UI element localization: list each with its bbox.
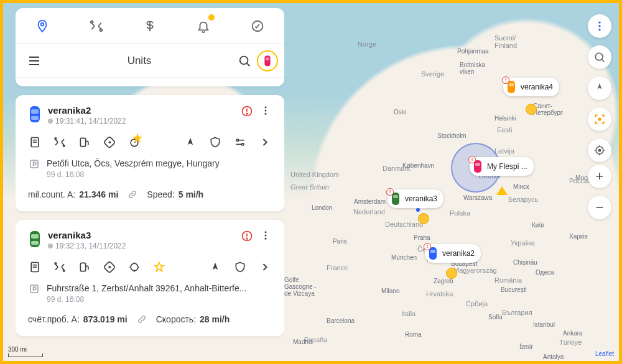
tab-route[interactable]: [83, 8, 110, 43]
map-attribution: Leaflet: [595, 350, 614, 357]
alert-icon: [241, 105, 253, 117]
map-locate-button[interactable]: [588, 139, 611, 162]
svg-point-70: [131, 263, 138, 271]
report-icon[interactable]: [28, 260, 42, 274]
city-label: Pohjanmaa: [457, 48, 489, 55]
nav-icon[interactable]: [103, 135, 116, 149]
yellow-marker: [418, 213, 429, 224]
card-more-button[interactable]: [259, 230, 272, 241]
unit-name: veranika3: [48, 230, 234, 240]
unit-card[interactable]: veranika2 19:31:41, 14/11/2022: [16, 95, 284, 211]
unit-timestamp: 19:32:13, 14/11/2022: [48, 242, 234, 250]
map-unit-pin[interactable]: veranika3: [388, 189, 443, 208]
svg-point-13: [598, 118, 600, 120]
city-label: İzmir: [519, 344, 533, 350]
city-label: Warszawa: [463, 194, 492, 201]
svg-point-22: [100, 29, 102, 31]
country-label: Polska: [450, 209, 470, 217]
pin-alert-badge: [468, 156, 476, 163]
svg-rect-75: [30, 285, 38, 293]
svg-point-27: [240, 56, 248, 64]
report-icon[interactable]: [28, 135, 42, 149]
svg-point-60: [265, 231, 267, 233]
unit-address: Petőfi Utca, Öcs, Veszprém megye, Hungar…: [47, 158, 220, 169]
city-label: København: [402, 162, 434, 169]
notification-badge: [208, 14, 215, 20]
geofence-marker: [496, 186, 508, 195]
map-unit-pin[interactable]: My Flespi ...: [470, 157, 534, 176]
svg-point-21: [90, 20, 93, 23]
svg-point-62: [265, 238, 267, 240]
route-icon[interactable]: [53, 260, 67, 274]
arrow-icon[interactable]: [183, 135, 197, 149]
svg-point-61: [265, 234, 267, 236]
zoom-out-button[interactable]: −: [588, 196, 611, 219]
menu-button[interactable]: [22, 53, 47, 68]
city-label: Stockholm: [437, 132, 466, 139]
expand-chevron-icon[interactable]: [258, 260, 272, 274]
shield-icon[interactable]: [208, 135, 222, 149]
panel-header: Units: [16, 44, 284, 78]
svg-rect-5: [393, 195, 398, 198]
timer-icon[interactable]: [128, 135, 141, 149]
svg-rect-6: [429, 247, 437, 260]
target-icon[interactable]: [128, 260, 141, 274]
card-more-button[interactable]: [259, 105, 272, 116]
city-label: Helsinki: [494, 115, 516, 122]
expand-chevron-icon[interactable]: [258, 135, 272, 149]
country-label: Србија: [466, 300, 488, 307]
nav-icon[interactable]: [103, 260, 116, 274]
country-label: Italia: [401, 310, 415, 317]
country-label: Suomi/ Finland: [494, 34, 517, 49]
svg-point-37: [265, 106, 267, 108]
fuel-icon[interactable]: [78, 135, 91, 149]
country-label: Eesti: [497, 126, 512, 134]
country-label: Magyarország: [453, 266, 497, 274]
city-label: Харків: [569, 233, 588, 240]
svg-point-8: [598, 22, 600, 24]
pin-alert-badge: [502, 76, 509, 84]
tab-notifications[interactable]: [190, 8, 217, 43]
map-unit-pin[interactable]: veranika2: [425, 244, 481, 263]
city-label: Praha: [414, 234, 430, 241]
tab-location[interactable]: [29, 8, 56, 43]
page-title: Units: [47, 55, 232, 67]
svg-point-9: [598, 25, 600, 27]
svg-rect-56: [31, 241, 39, 245]
svg-point-11: [595, 53, 603, 60]
svg-point-43: [55, 138, 57, 140]
city-label: Paris: [333, 238, 347, 245]
fuel-icon[interactable]: [78, 260, 91, 274]
city-label: Madrid: [293, 339, 312, 345]
country-label: Беларусь: [508, 196, 538, 203]
unit-address-ago: 99 d. 16:08: [47, 295, 246, 305]
profile-avatar-button[interactable]: [257, 50, 278, 71]
tab-status[interactable]: [244, 8, 271, 43]
zoom-in-button[interactable]: +: [588, 165, 611, 188]
country-label: Hrvatska: [426, 290, 453, 298]
star-icon[interactable]: [152, 260, 166, 274]
search-button[interactable]: [232, 54, 257, 68]
map-north-button[interactable]: [588, 76, 611, 100]
tab-billing[interactable]: [136, 8, 164, 43]
pin-car-icon: [390, 192, 401, 206]
shield-icon[interactable]: [233, 260, 247, 274]
svg-line-12: [602, 60, 605, 62]
svg-point-15: [598, 149, 600, 151]
unit-card[interactable]: veranika3 19:32:13, 14/11/2022: [16, 220, 284, 336]
svg-point-38: [265, 110, 267, 112]
map-unit-pin[interactable]: veranika4: [503, 78, 559, 96]
route-icon[interactable]: [53, 135, 67, 149]
city-label: Barcelona: [327, 317, 355, 324]
country-label: España: [304, 336, 327, 344]
parking-icon: [28, 158, 40, 170]
settings-icon[interactable]: [233, 135, 247, 149]
map-menu-button[interactable]: [588, 14, 611, 38]
city-label: Amsterdam: [354, 198, 386, 205]
city-label: Sofia: [488, 314, 503, 321]
unit-car-icon: [28, 105, 42, 124]
map-fullscreen-button[interactable]: [588, 107, 611, 131]
arrow-icon[interactable]: [208, 260, 222, 274]
city-label: Antalya: [543, 353, 564, 360]
map-search-button[interactable]: [588, 45, 611, 69]
